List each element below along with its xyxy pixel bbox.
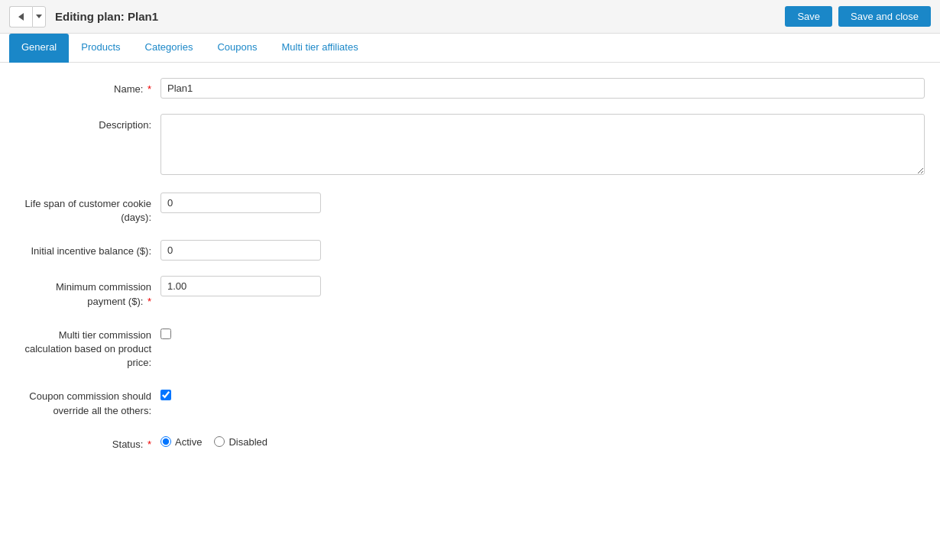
- lifespan-row: Life span of customer cookie (days):: [0, 193, 940, 225]
- status-active-label: Active: [175, 436, 202, 448]
- tabs-bar: General Products Categories Coupons Mult…: [0, 34, 940, 63]
- lifespan-label: Life span of customer cookie (days):: [15, 193, 160, 225]
- save-button[interactable]: Save: [785, 6, 832, 27]
- status-options-wrap: Active Disabled: [160, 433, 925, 448]
- min-commission-input[interactable]: [160, 276, 321, 296]
- header-actions: Save Save and close: [785, 6, 931, 27]
- tab-multi-tier-affiliates[interactable]: Multi tier affiliates: [269, 34, 370, 63]
- tab-general[interactable]: General: [9, 34, 69, 63]
- initial-balance-row: Initial incentive balance ($):: [0, 240, 940, 261]
- lifespan-input[interactable]: [160, 193, 321, 213]
- page-title: Editing plan: Plan1: [55, 10, 785, 23]
- status-row: Status: * Active Disabled: [0, 433, 940, 452]
- min-commission-input-wrap: [160, 276, 925, 296]
- status-active-radio[interactable]: [160, 436, 171, 447]
- min-commission-label: Minimum commission payment ($): *: [15, 276, 160, 308]
- back-icon: [18, 13, 24, 21]
- content-area: Name: * Description: Life span of custom…: [0, 63, 940, 482]
- lifespan-input-wrap: [160, 193, 925, 213]
- tab-products[interactable]: Products: [69, 34, 132, 63]
- status-disabled-option[interactable]: Disabled: [214, 436, 267, 448]
- coupon-override-label: Coupon commission should override all th…: [15, 385, 160, 417]
- initial-balance-input-wrap: [160, 240, 925, 261]
- back-button[interactable]: [9, 6, 32, 28]
- tab-coupons[interactable]: Coupons: [205, 34, 269, 63]
- name-required: *: [144, 83, 151, 95]
- description-row: Description:: [0, 114, 940, 177]
- tab-categories[interactable]: Categories: [133, 34, 206, 63]
- header-bar: Editing plan: Plan1 Save Save and close: [0, 0, 940, 34]
- name-input-wrap: [160, 78, 925, 99]
- coupon-override-checkbox-wrap: [160, 385, 925, 403]
- min-commission-required: *: [144, 296, 151, 307]
- coupon-override-row: Coupon commission should override all th…: [0, 385, 940, 417]
- status-radio-group: Active Disabled: [160, 433, 925, 448]
- name-label: Name: *: [15, 78, 160, 96]
- status-disabled-label: Disabled: [229, 436, 267, 448]
- coupon-override-checkbox[interactable]: [160, 390, 171, 400]
- description-input[interactable]: [160, 114, 925, 175]
- status-required: *: [144, 439, 151, 450]
- multi-tier-checkbox-wrap: [160, 324, 925, 342]
- chevron-down-icon: [36, 15, 42, 18]
- multi-tier-label: Multi tier commission calculation based …: [15, 324, 160, 371]
- name-row: Name: *: [0, 78, 940, 99]
- nav-dropdown-button[interactable]: [32, 6, 46, 28]
- status-active-option[interactable]: Active: [160, 436, 202, 448]
- status-disabled-radio[interactable]: [214, 436, 225, 447]
- multi-tier-row: Multi tier commission calculation based …: [0, 324, 940, 371]
- status-label: Status: *: [15, 433, 160, 452]
- description-input-wrap: [160, 114, 925, 177]
- description-label: Description:: [15, 114, 160, 132]
- nav-buttons: [9, 6, 46, 28]
- name-input[interactable]: [160, 78, 925, 99]
- save-and-close-button[interactable]: Save and close: [838, 6, 931, 27]
- multi-tier-checkbox[interactable]: [160, 329, 171, 339]
- initial-balance-input[interactable]: [160, 240, 321, 261]
- min-commission-row: Minimum commission payment ($): *: [0, 276, 940, 308]
- initial-balance-label: Initial incentive balance ($):: [15, 240, 160, 258]
